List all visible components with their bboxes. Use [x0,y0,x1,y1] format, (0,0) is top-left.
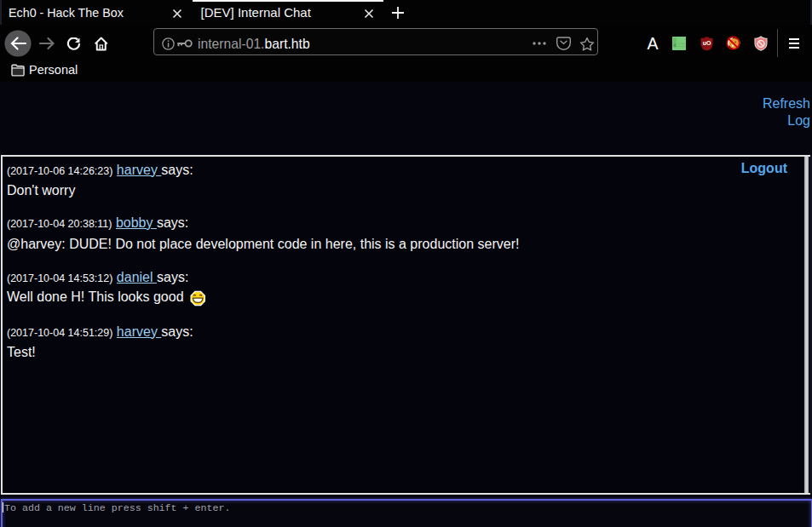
svg-text:uO: uO [703,40,711,46]
